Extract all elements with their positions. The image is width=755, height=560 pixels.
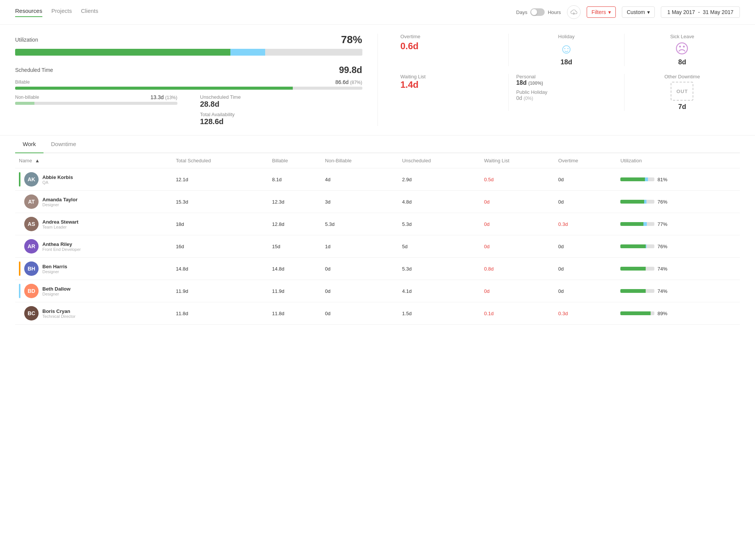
util-bar-blue-1 [644, 200, 646, 204]
unscheduled-2: 5.3d [398, 213, 480, 235]
util-cell-1: 76% [617, 191, 740, 213]
avatar-3: AR [24, 239, 39, 254]
nav-tab-clients[interactable]: Clients [81, 8, 98, 17]
unscheduled-value: 28.8d [200, 100, 362, 109]
table-body: AK Abbie Korbis QA 12.1d 8.1d 4d 2.9d 0.… [15, 168, 740, 325]
util-pct-6: 89% [657, 311, 667, 316]
unscheduled-label: Unscheduled Time [200, 94, 362, 100]
right-col: Overtime 0.6d Holiday ☺ 18d Sick Leave ☹… [393, 34, 740, 126]
billable-2: 12.8d [268, 213, 321, 235]
unscheduled-5: 4.1d [398, 280, 480, 302]
nav-tab-projects[interactable]: Projects [51, 8, 72, 17]
util-cell-5: 74% [617, 280, 740, 302]
util-pct-4: 74% [657, 266, 667, 272]
person-info-6: Boris Cryan Technical Director [42, 308, 75, 319]
overtime-card: Overtime 0.6d [393, 34, 509, 66]
util-pct-3: 76% [657, 244, 667, 249]
table-row[interactable]: AK Abbie Korbis QA 12.1d 8.1d 4d 2.9d 0.… [15, 168, 740, 191]
overtime-6: 0.3d [555, 302, 617, 325]
nonbillable-bar [15, 102, 177, 105]
other-downtime-value: 7d [632, 103, 732, 111]
table-row[interactable]: BD Beth Dallow Designer 11.9d 11.9d 0d 4… [15, 280, 740, 302]
total-sched-3: 16d [172, 235, 268, 258]
holiday-value: 18d [516, 58, 617, 66]
util-bar-2 [620, 222, 654, 226]
util-bar-green-3 [620, 244, 646, 248]
unscheduled-3: 5d [398, 235, 480, 258]
billable-4: 14.8d [268, 258, 321, 280]
person-info-2: Andrea Stewart Team Leader [42, 219, 78, 229]
scheduled-label: Scheduled Time [15, 67, 53, 73]
sick-leave-card: Sick Leave ☹ 8d [625, 34, 740, 66]
billable-5: 11.9d [268, 280, 321, 302]
date-from: 1 May 2017 [667, 9, 695, 15]
col-total-scheduled: Total Scheduled [172, 153, 268, 168]
row-indicator-0 [19, 172, 20, 187]
person-name-5: Beth Dallow [42, 286, 70, 292]
nonbillable-value: 13.3d (13%) [151, 94, 177, 100]
waiting-list-label: Waiting List [401, 74, 501, 79]
util-cell-3: 76% [617, 235, 740, 258]
col-name[interactable]: Name ▲ [15, 153, 172, 168]
public-holiday-section: Public Holiday 0d (0%) [516, 89, 617, 101]
person-role-5: Designer [42, 292, 70, 296]
billable-label: Billable [15, 79, 30, 85]
util-pct-0: 81% [657, 177, 667, 182]
util-bar-blue-2 [643, 222, 646, 226]
date-to: 31 May 2017 [703, 9, 733, 15]
right-top-stats: Overtime 0.6d Holiday ☺ 18d Sick Leave ☹… [393, 34, 740, 66]
table-row[interactable]: AR Anthea Riley Front End Developer 16d … [15, 235, 740, 258]
person-info-5: Beth Dallow Designer [42, 286, 70, 296]
waiting-3: 0d [480, 235, 555, 258]
person-role-2: Team Leader [42, 225, 78, 229]
col-unscheduled: Unscheduled [398, 153, 480, 168]
nonbillable-4: 0d [321, 258, 398, 280]
person-info-1: Amanda Taylor Designer [42, 197, 78, 207]
utilization-label: Utilization [15, 37, 38, 43]
util-bar-1 [620, 200, 654, 204]
date-range[interactable]: 1 May 2017 - 31 May 2017 [661, 6, 740, 18]
total-sched-0: 12.1d [172, 168, 268, 191]
waiting-1: 0d [480, 191, 555, 213]
date-separator: - [698, 9, 700, 15]
person-info-0: Abbie Korbis QA [42, 174, 73, 185]
table-row[interactable]: AS Andrea Stewart Team Leader 18d 12.8d … [15, 213, 740, 235]
util-pct-5: 74% [657, 288, 667, 294]
nav-tab-resources[interactable]: Resources [15, 8, 42, 17]
tab-work[interactable]: Work [15, 135, 43, 153]
person-info-4: Ben Harris Designer [42, 264, 67, 274]
person-info-3: Anthea Riley Front End Developer [42, 241, 81, 252]
util-bar-3 [620, 244, 654, 248]
person-cell-1: AT Amanda Taylor Designer [15, 191, 172, 213]
table-row[interactable]: BC Boris Cryan Technical Director 11.8d … [15, 302, 740, 325]
toggle-switch[interactable] [530, 8, 545, 16]
other-downtime-label: Other Downtime [632, 74, 732, 79]
unscheduled-0: 2.9d [398, 168, 480, 191]
util-bar-green-1 [620, 200, 644, 204]
tab-downtime[interactable]: Downtime [43, 135, 84, 153]
utilization-bar [15, 49, 362, 56]
util-cell-0: 81% [617, 168, 740, 191]
avatar-1: AT [24, 194, 39, 209]
table-row[interactable]: AT Amanda Taylor Designer 15.3d 12.3d 3d… [15, 191, 740, 213]
person-role-0: QA [42, 180, 73, 185]
person-role-1: Designer [42, 202, 78, 207]
custom-button[interactable]: Custom ▾ [622, 6, 655, 18]
toggle-knob [531, 9, 537, 15]
col-overtime: Overtime [555, 153, 617, 168]
overtime-value: 0.6d [401, 41, 501, 51]
billable-0: 8.1d [268, 168, 321, 191]
filters-button[interactable]: Filters ▾ [587, 6, 616, 18]
nonbillable-1: 3d [321, 191, 398, 213]
person-name-6: Boris Cryan [42, 308, 75, 314]
utilization-percent: 78% [341, 34, 362, 46]
filters-label: Filters [592, 9, 606, 15]
table-row[interactable]: BH Ben Harris Designer 14.8d 14.8d 0d 5.… [15, 258, 740, 280]
util-bar-blue-0 [645, 177, 648, 181]
custom-label: Custom [627, 9, 645, 15]
waiting-4: 0.8d [480, 258, 555, 280]
cloud-button[interactable] [567, 5, 581, 19]
waiting-list-value: 1.4d [401, 79, 501, 90]
row-indicator-1 [19, 194, 20, 209]
main-nav: Resources Projects Clients [15, 8, 98, 17]
